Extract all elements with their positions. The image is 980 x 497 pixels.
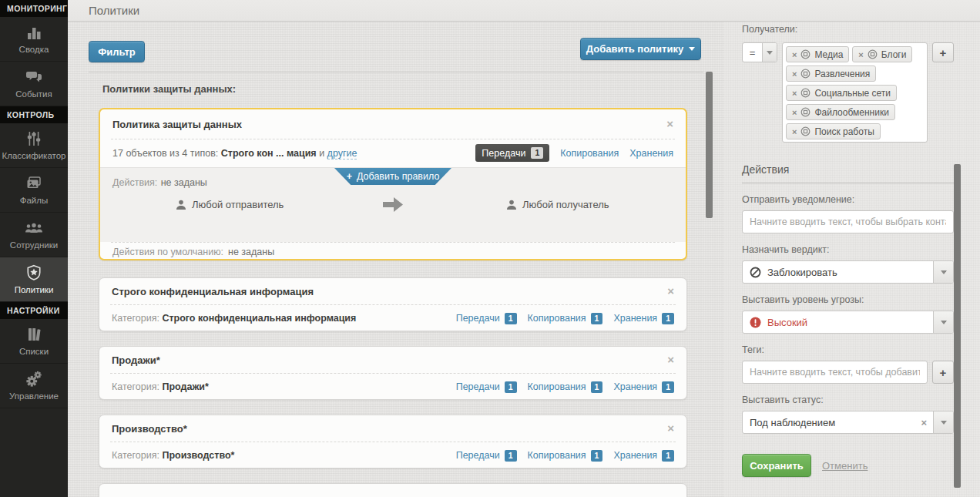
clear-status-icon[interactable]: × <box>921 417 933 428</box>
policy-category: Категория: Производство* <box>112 450 234 461</box>
status-select[interactable]: Под наблюдением × <box>742 411 954 434</box>
close-icon[interactable]: × <box>667 423 674 434</box>
sidebar-item-label: Классификатор <box>2 151 66 161</box>
section-title: Политики защиты данных: <box>102 83 236 95</box>
tab-copies[interactable]: Копирования1 <box>528 450 603 462</box>
sidebar-item-summary[interactable]: Сводка <box>0 17 68 62</box>
filter-button[interactable]: Фильтр <box>89 41 145 62</box>
remove-tag-icon[interactable]: × <box>792 108 797 117</box>
rule-sender[interactable]: Любой отправитель <box>176 199 284 210</box>
threat-level-label: Выставить уровень угрозы: <box>742 294 954 306</box>
tab-label: Хранения <box>613 450 657 461</box>
status-value: Под наблюдением <box>750 417 835 428</box>
remove-tag-icon[interactable]: × <box>858 50 863 59</box>
sidebar-item-files[interactable]: Файлы <box>0 168 68 213</box>
person-icon <box>506 200 517 210</box>
policy-editor-panel: Получатели: = × Медиа × Блоги × Развлече… <box>728 22 971 497</box>
threat-level-select[interactable]: Высокий <box>742 311 954 334</box>
tab-storage[interactable]: Хранения <box>629 148 673 159</box>
bar-chart-icon <box>2 24 66 42</box>
tab-transfers[interactable]: Передачи1 <box>456 381 517 393</box>
tab-count-badge: 1 <box>505 313 517 324</box>
sidebar-item-label: Списки <box>2 347 66 357</box>
recipient-tag[interactable]: × Поиск работы <box>786 123 881 139</box>
sidebar-item-employees[interactable]: Сотрудники <box>0 213 68 257</box>
add-rule-button[interactable]: + Добавить правило <box>334 168 451 185</box>
alert-icon <box>750 317 761 328</box>
toolbar-divider <box>89 72 703 72</box>
others-link[interactable]: другие <box>327 148 357 160</box>
sidebar-item-management[interactable]: Управление <box>0 364 68 408</box>
category-label: Категория: <box>112 450 159 461</box>
remove-tag-icon[interactable]: × <box>792 69 797 79</box>
rule-receiver[interactable]: Любой получатель <box>506 199 609 210</box>
tab-storage[interactable]: Хранения1 <box>613 313 674 324</box>
save-button[interactable]: Сохранить <box>742 454 811 477</box>
recipients-tagbox[interactable]: × Медиа × Блоги × Развлечения × Социальн… <box>782 42 928 143</box>
add-policy-button[interactable]: Добавить политику <box>580 38 701 60</box>
tab-label: Передачи <box>456 450 500 461</box>
verdict-select[interactable]: Заблокировать <box>742 260 954 284</box>
close-icon[interactable]: × <box>667 286 674 297</box>
remove-tag-icon[interactable]: × <box>792 127 797 136</box>
policy-objects-summary: 17 объектов из 4 типов: Строго кон ... м… <box>112 148 357 159</box>
sidebar-item-label: События <box>2 89 66 99</box>
tab-storage[interactable]: Хранения1 <box>613 381 674 393</box>
chevron-down-icon[interactable] <box>933 261 953 283</box>
remove-tag-icon[interactable]: × <box>792 50 797 59</box>
panel-scrollbar[interactable] <box>954 164 961 488</box>
tab-transfers[interactable]: Передачи1 <box>456 450 517 462</box>
plus-icon: + <box>347 171 352 182</box>
tags-input[interactable] <box>742 361 928 384</box>
tab-transfers[interactable]: Передачи1 <box>456 313 517 324</box>
close-icon[interactable]: × <box>667 354 674 365</box>
cancel-link[interactable]: Отменить <box>822 460 868 472</box>
sidebar-item-lists[interactable]: Списки <box>0 319 68 364</box>
add-tag-button[interactable]: + <box>932 361 954 384</box>
tab-copies[interactable]: Копирования <box>560 148 619 159</box>
tab-label: Хранения <box>613 313 657 324</box>
category-icon <box>800 107 811 117</box>
recipients-label: Получатели: <box>742 24 954 35</box>
sidebar-item-events[interactable]: События <box>0 62 68 106</box>
close-icon[interactable]: × <box>666 119 673 129</box>
policy-card-strictly-confidential[interactable]: Строго конфиденциальная информация × Кат… <box>99 277 687 331</box>
tab-transfers[interactable]: Передачи 1 <box>475 144 549 162</box>
policies-list-area: Фильтр Добавить политику Политики защиты… <box>68 22 724 497</box>
recipient-tag[interactable]: × Блоги <box>852 46 912 62</box>
recipient-tag[interactable]: × Файлообменники <box>786 104 895 120</box>
tab-copies[interactable]: Копирования1 <box>528 313 603 324</box>
chevron-down-icon[interactable] <box>933 311 953 333</box>
category-value: Продажи* <box>162 381 208 392</box>
sender-label: Любой отправитель <box>192 199 284 210</box>
policy-card-production[interactable]: Производство* × Категория: Производство*… <box>99 415 687 468</box>
policy-card-partial[interactable] <box>99 483 687 497</box>
policy-card-sales[interactable]: Продажи* × Категория: Продажи* Передачи1… <box>99 346 687 400</box>
category-value: Производство* <box>162 450 234 461</box>
recipient-tag[interactable]: × Медиа <box>786 46 849 62</box>
add-recipient-button[interactable]: + <box>932 42 954 62</box>
notify-input[interactable] <box>742 210 954 233</box>
sidebar-item-policies[interactable]: Политики <box>0 257 68 302</box>
recipient-tag[interactable]: × Социальные сети <box>786 85 897 101</box>
chevron-down-icon[interactable] <box>762 43 777 62</box>
tab-count-badge: 1 <box>591 313 603 324</box>
tab-storage[interactable]: Хранения1 <box>613 450 674 462</box>
main-scrollbar[interactable] <box>706 72 713 218</box>
tab-label: Копирования <box>528 381 586 392</box>
remove-tag-icon[interactable]: × <box>792 89 797 98</box>
policy-card-data-protection[interactable]: Политика защиты данных × 17 объектов из … <box>99 108 687 260</box>
tab-copies[interactable]: Копирования1 <box>528 381 603 393</box>
sidebar-item-label: Сотрудники <box>2 240 66 250</box>
sidebar-item-classifier[interactable]: Классификатор <box>0 123 68 168</box>
category-icon <box>868 49 878 59</box>
sidebar-section-monitoring: МОНИТОРИНГ <box>0 0 68 17</box>
recipient-tag[interactable]: × Развлечения <box>786 65 876 82</box>
tab-label: Хранения <box>613 381 657 392</box>
tab-count-badge: 1 <box>662 381 674 393</box>
objects-types-text: Строго кон ... мация <box>221 148 317 159</box>
operator-select[interactable]: = <box>742 42 777 62</box>
verdict-label: Назначить вердикт: <box>742 244 954 256</box>
status-label: Выставить статус: <box>742 395 954 406</box>
chevron-down-icon[interactable] <box>933 411 953 433</box>
